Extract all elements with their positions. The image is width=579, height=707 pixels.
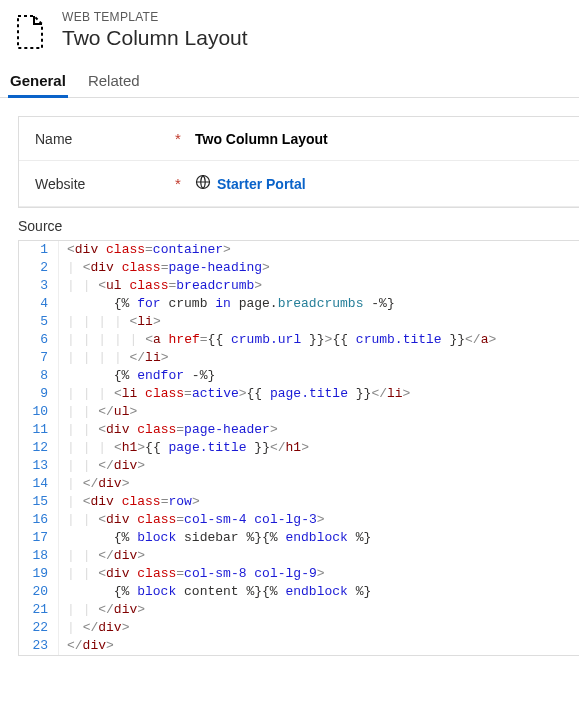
line-number: 9 (19, 385, 59, 403)
code-content[interactable]: | | | | </li> (59, 349, 169, 367)
code-content[interactable]: | | <div class=page-header> (59, 421, 278, 439)
code-line[interactable]: 18| | </div> (19, 547, 579, 565)
field-label-source: Source (0, 208, 579, 236)
required-marker: * (175, 130, 185, 147)
code-line[interactable]: 11| | <div class=page-header> (19, 421, 579, 439)
code-line[interactable]: 2| <div class=page-heading> (19, 259, 579, 277)
line-number: 10 (19, 403, 59, 421)
code-line[interactable]: 19| | <div class=col-sm-8 col-lg-9> (19, 565, 579, 583)
code-content[interactable]: {% for crumb in page.breadcrumbs -%} (59, 295, 395, 313)
code-content[interactable]: | | | | <li> (59, 313, 161, 331)
line-number: 6 (19, 331, 59, 349)
source-code-editor[interactable]: 1<div class=container>2| <div class=page… (18, 240, 579, 656)
code-content[interactable]: | | | | | <a href={{ crumb.url }}>{{ cru… (59, 331, 496, 349)
code-content[interactable]: | | <div class=col-sm-8 col-lg-9> (59, 565, 325, 583)
code-content[interactable]: | | <ul class=breadcrumb> (59, 277, 262, 295)
line-number: 18 (19, 547, 59, 565)
required-marker: * (175, 175, 185, 192)
code-line[interactable]: 16| | <div class=col-sm-4 col-lg-3> (19, 511, 579, 529)
line-number: 5 (19, 313, 59, 331)
file-icon (10, 12, 50, 52)
code-content[interactable]: {% block content %}{% endblock %} (59, 583, 371, 601)
line-number: 21 (19, 601, 59, 619)
line-number: 16 (19, 511, 59, 529)
entity-name: WEB TEMPLATE (62, 10, 248, 24)
code-line[interactable]: 21| | </div> (19, 601, 579, 619)
line-number: 3 (19, 277, 59, 295)
code-line[interactable]: 20 {% block content %}{% endblock %} (19, 583, 579, 601)
code-line[interactable]: 10| | </ul> (19, 403, 579, 421)
code-content[interactable]: | | </div> (59, 457, 145, 475)
line-number: 4 (19, 295, 59, 313)
field-name-row: Name * Two Column Layout (19, 117, 579, 161)
name-input[interactable]: Two Column Layout (195, 131, 328, 147)
code-content[interactable]: | | </ul> (59, 403, 137, 421)
code-content[interactable]: | | | <h1>{{ page.title }}</h1> (59, 439, 309, 457)
code-line[interactable]: 6| | | | | <a href={{ crumb.url }}>{{ cr… (19, 331, 579, 349)
line-number: 23 (19, 637, 59, 655)
code-line[interactable]: 13| | </div> (19, 457, 579, 475)
code-line[interactable]: 4 {% for crumb in page.breadcrumbs -%} (19, 295, 579, 313)
code-content[interactable]: {% endfor -%} (59, 367, 215, 385)
code-content[interactable]: {% block sidebar %}{% endblock %} (59, 529, 371, 547)
code-content[interactable]: <div class=container> (59, 241, 231, 259)
line-number: 8 (19, 367, 59, 385)
code-content[interactable]: | | </div> (59, 547, 145, 565)
code-content[interactable]: | </div> (59, 475, 129, 493)
code-line[interactable]: 23</div> (19, 637, 579, 655)
line-number: 14 (19, 475, 59, 493)
line-number: 11 (19, 421, 59, 439)
line-number: 22 (19, 619, 59, 637)
code-line[interactable]: 1<div class=container> (19, 241, 579, 259)
tab-strip: General Related (0, 66, 579, 98)
code-line[interactable]: 8 {% endfor -%} (19, 367, 579, 385)
record-header: WEB TEMPLATE Two Column Layout (0, 0, 579, 66)
page-title: Two Column Layout (62, 26, 248, 50)
code-line[interactable]: 9| | | <li class=active>{{ page.title }}… (19, 385, 579, 403)
code-line[interactable]: 7| | | | </li> (19, 349, 579, 367)
tab-related[interactable]: Related (88, 66, 140, 97)
line-number: 19 (19, 565, 59, 583)
line-number: 20 (19, 583, 59, 601)
code-content[interactable]: | <div class=page-heading> (59, 259, 270, 277)
code-content[interactable]: | <div class=row> (59, 493, 200, 511)
line-number: 12 (19, 439, 59, 457)
field-website-row: Website * Starter Portal (19, 161, 579, 207)
line-number: 1 (19, 241, 59, 259)
code-content[interactable]: | | </div> (59, 601, 145, 619)
code-line[interactable]: 14| </div> (19, 475, 579, 493)
code-line[interactable]: 22| </div> (19, 619, 579, 637)
field-label-website: Website (35, 176, 175, 192)
code-line[interactable]: 5| | | | <li> (19, 313, 579, 331)
field-label-name: Name (35, 131, 175, 147)
tab-general[interactable]: General (10, 66, 66, 97)
code-line[interactable]: 15| <div class=row> (19, 493, 579, 511)
form-area: Name * Two Column Layout Website * Start… (18, 116, 579, 208)
line-number: 2 (19, 259, 59, 277)
line-number: 15 (19, 493, 59, 511)
line-number: 17 (19, 529, 59, 547)
code-line[interactable]: 3| | <ul class=breadcrumb> (19, 277, 579, 295)
code-line[interactable]: 17 {% block sidebar %}{% endblock %} (19, 529, 579, 547)
line-number: 7 (19, 349, 59, 367)
line-number: 13 (19, 457, 59, 475)
code-content[interactable]: | </div> (59, 619, 129, 637)
code-content[interactable]: | | <div class=col-sm-4 col-lg-3> (59, 511, 325, 529)
code-content[interactable]: </div> (59, 637, 114, 655)
code-line[interactable]: 12| | | <h1>{{ page.title }}</h1> (19, 439, 579, 457)
code-content[interactable]: | | | <li class=active>{{ page.title }}<… (59, 385, 410, 403)
globe-icon (195, 174, 211, 193)
website-lookup[interactable]: Starter Portal (217, 176, 306, 192)
